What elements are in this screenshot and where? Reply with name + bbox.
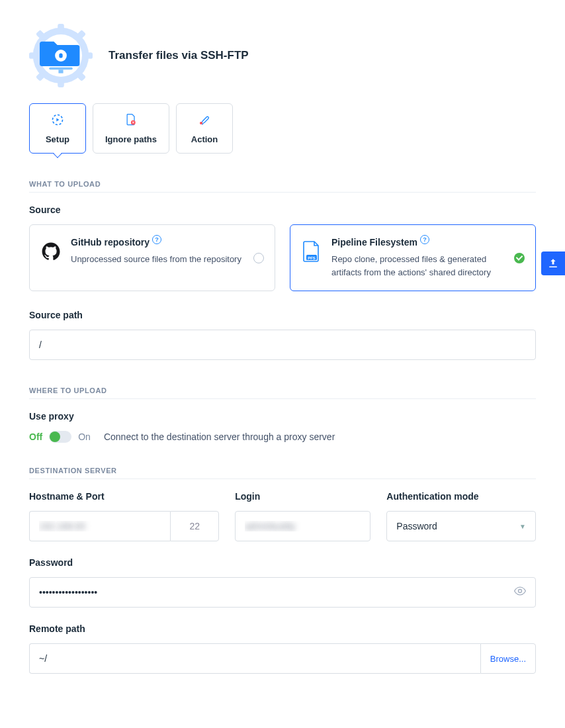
toggle-off-label: Off — [29, 432, 42, 442]
use-proxy-label: Use proxy — [29, 411, 536, 422]
svg-rect-3 — [29, 52, 38, 59]
feedback-tab[interactable] — [541, 251, 565, 275]
source-pipeline-title-row: Pipeline Filesystem ? — [331, 237, 505, 248]
brush-icon — [198, 113, 211, 126]
file-x-icon — [124, 113, 138, 126]
source-path-input[interactable] — [29, 330, 536, 360]
tab-label: Ignore paths — [105, 134, 157, 144]
folder-lock-icon — [40, 24, 82, 87]
help-icon[interactable]: ? — [420, 235, 429, 244]
tab-label: Setup — [46, 134, 69, 144]
svg-rect-12 — [58, 69, 63, 73]
svg-rect-4 — [84, 52, 93, 59]
radio-unselected-icon — [253, 253, 264, 263]
tab-ignore-paths[interactable]: Ignore paths — [93, 103, 169, 154]
password-label: Password — [29, 557, 536, 568]
section-destination-server: DESTINATION SERVER — [29, 467, 536, 479]
login-input[interactable] — [235, 511, 370, 541]
remote-path-label: Remote path — [29, 623, 536, 634]
browse-button[interactable]: Browse... — [480, 643, 536, 674]
page-title: Transfer files via SSH-FTP — [109, 49, 249, 62]
source-pipeline-title: Pipeline Filesystem — [331, 237, 417, 248]
auth-mode-select[interactable]: Password ▼ — [386, 511, 536, 541]
source-pipeline-desc: Repo clone, processed files & generated … — [331, 253, 505, 279]
tab-action[interactable]: Action — [176, 103, 233, 154]
login-label: Login — [235, 491, 370, 502]
toggle-knob — [50, 432, 60, 442]
proxy-toggle-row: Off On Connect to the destination server… — [29, 431, 536, 443]
section-where-to-upload: WHERE TO UPLOAD — [29, 387, 536, 399]
hostname-input[interactable] — [29, 511, 170, 541]
gear-play-icon — [51, 113, 64, 126]
proxy-help-text: Connect to the destination server throug… — [104, 432, 335, 442]
svg-rect-10 — [59, 53, 62, 58]
source-github-title: GitHub repository — [71, 237, 150, 248]
tab-label: Action — [191, 134, 218, 144]
help-icon[interactable]: ? — [152, 235, 161, 244]
source-path-label: Source path — [29, 310, 536, 320]
auth-mode-value: Password — [396, 521, 437, 531]
chevron-down-icon: ▼ — [519, 523, 526, 530]
port-input[interactable] — [170, 511, 219, 541]
source-label: Source — [29, 205, 536, 215]
pipeline-filesystem-icon: PFS — [301, 241, 322, 262]
source-github-card[interactable]: GitHub repository ? Unprocessed source f… — [29, 224, 275, 291]
source-github-desc: Unprocessed source files from the reposi… — [71, 253, 241, 266]
proxy-toggle[interactable] — [49, 431, 71, 443]
upload-icon — [547, 257, 559, 269]
svg-point-15 — [200, 122, 202, 124]
svg-rect-19 — [549, 267, 557, 268]
source-github-title-row: GitHub repository ? — [71, 237, 241, 248]
svg-rect-11 — [49, 68, 73, 70]
tab-setup[interactable]: Setup — [29, 103, 86, 154]
svg-text:PFS: PFS — [308, 256, 316, 260]
page-header: Transfer files via SSH-FTP — [29, 24, 536, 87]
eye-icon[interactable] — [513, 584, 527, 600]
svg-point-18 — [519, 590, 522, 593]
hostname-port-label: Hostname & Port — [29, 491, 219, 502]
source-pipeline-card[interactable]: PFS Pipeline Filesystem ? Repo clone, pr… — [290, 224, 536, 291]
auth-mode-label: Authentication mode — [386, 491, 536, 502]
check-selected-icon — [514, 253, 525, 263]
github-icon — [40, 241, 62, 262]
password-input[interactable] — [29, 577, 536, 608]
section-what-to-upload: WHAT TO UPLOAD — [29, 180, 536, 193]
source-cards: GitHub repository ? Unprocessed source f… — [29, 224, 536, 291]
tabs: Setup Ignore paths Action — [29, 103, 536, 154]
remote-path-input[interactable] — [29, 643, 480, 674]
page-icon-badge — [29, 24, 93, 87]
toggle-on-label: On — [78, 432, 91, 442]
